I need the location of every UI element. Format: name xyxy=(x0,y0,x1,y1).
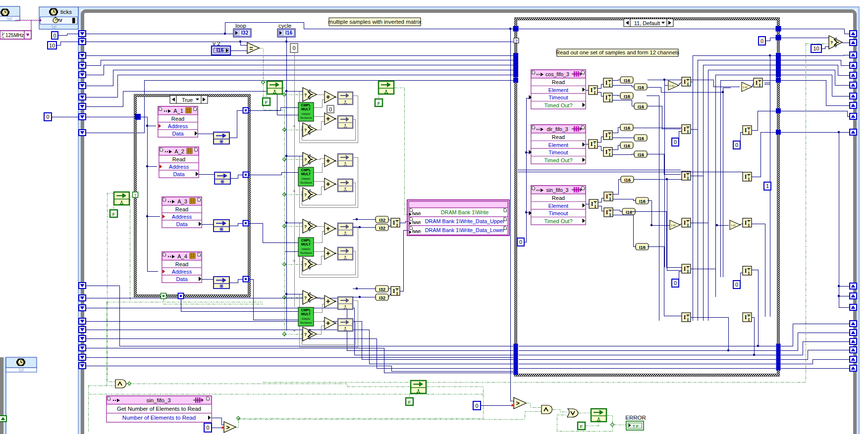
svg-text:?: ? xyxy=(304,262,307,267)
svg-text:(-x): (-x) xyxy=(671,224,676,227)
svg-text:I: I xyxy=(594,90,596,95)
svg-text:I16: I16 xyxy=(217,47,224,53)
svg-text:F: F xyxy=(378,101,380,106)
svg-text:A_4: A_4 xyxy=(177,253,187,259)
svg-text:I16: I16 xyxy=(624,94,630,99)
svg-text:1: 1 xyxy=(766,183,769,189)
svg-text:A_3: A_3 xyxy=(177,198,187,204)
svg-text:I: I xyxy=(609,212,611,217)
svg-text:Get Number of Elements to Read: Get Number of Elements to Read xyxy=(117,406,201,412)
svg-text:CMPL: CMPL xyxy=(301,168,312,172)
svg-text:Number of Elements to Read: Number of Elements to Read xyxy=(122,415,196,421)
svg-text:I: I xyxy=(745,173,747,180)
svg-text:ERROR: ERROR xyxy=(625,415,646,421)
svg-text:I32: I32 xyxy=(379,225,385,231)
svg-text:Element: Element xyxy=(548,203,568,209)
svg-text:0: 0 xyxy=(674,280,677,286)
svg-text:?: ? xyxy=(304,193,307,197)
svg-text:(-x): (-x) xyxy=(743,86,748,89)
svg-text:I: I xyxy=(594,144,596,149)
svg-text:loop: loop xyxy=(235,23,246,29)
svg-text:Address: Address xyxy=(169,164,189,170)
svg-text:Read: Read xyxy=(171,116,184,122)
svg-text:Address: Address xyxy=(172,269,192,275)
svg-text:I: I xyxy=(748,130,750,135)
svg-text:0: 0 xyxy=(760,38,763,44)
svg-text:I32: I32 xyxy=(379,287,385,292)
svg-text:(-x): (-x) xyxy=(670,84,674,87)
svg-text:10: 10 xyxy=(49,43,55,48)
svg-text:Data: Data xyxy=(176,221,188,227)
svg-text:T F: T F xyxy=(633,424,639,429)
svg-text:I: I xyxy=(606,193,608,200)
svg-text:Timeout: Timeout xyxy=(548,95,568,100)
svg-text:I: I xyxy=(396,223,398,228)
svg-text:I16: I16 xyxy=(639,244,646,250)
svg-text:I: I xyxy=(605,79,608,86)
svg-text:0: 0 xyxy=(46,114,49,120)
svg-text:(-x): (-x) xyxy=(731,224,736,227)
svg-text:Technion: Technion xyxy=(300,321,312,324)
svg-text:CMPL: CMPL xyxy=(301,308,312,312)
svg-text:CMPL: CMPL xyxy=(301,239,312,242)
svg-text:?: ? xyxy=(304,128,307,133)
svg-text:I: I xyxy=(591,200,594,207)
svg-text:0: 0 xyxy=(292,45,295,51)
svg-text:I: I xyxy=(684,78,686,85)
svg-text:sin_fifo_3: sin_fifo_3 xyxy=(146,397,170,403)
svg-text:I: I xyxy=(609,152,611,157)
svg-text:I16: I16 xyxy=(638,152,644,157)
svg-text:Timeout: Timeout xyxy=(548,149,568,155)
svg-text:Data: Data xyxy=(176,276,188,282)
svg-text:I16: I16 xyxy=(626,209,632,215)
svg-text:MULT: MULT xyxy=(301,172,311,176)
svg-text:I: I xyxy=(684,265,686,272)
svg-text:Read out one set of samples an: Read out one set of samples and form 12 … xyxy=(556,49,679,55)
svg-text:I: I xyxy=(605,148,608,155)
svg-text:MULT: MULT xyxy=(301,242,311,246)
svg-text:I: I xyxy=(393,288,395,294)
svg-text:DRAM Bank 1\Write_Data_Lower: DRAM Bank 1\Write_Data_Lower xyxy=(425,227,505,233)
svg-text:I: I xyxy=(759,83,761,88)
svg-text:Read: Read xyxy=(552,195,565,201)
svg-text:11, Default: 11, Default xyxy=(634,20,660,26)
svg-text:I: I xyxy=(609,97,611,102)
svg-text:Read: Read xyxy=(552,79,565,85)
svg-text:Timeout: Timeout xyxy=(548,210,568,216)
svg-text:F: F xyxy=(265,100,268,105)
svg-text:125MHz: 125MHz xyxy=(5,33,24,38)
svg-text:CMPL: CMPL xyxy=(301,103,312,107)
svg-text:I: I xyxy=(605,94,608,101)
svg-text:Read: Read xyxy=(175,206,188,212)
svg-text:?: ? xyxy=(304,295,307,300)
svg-text:I: I xyxy=(687,223,689,228)
svg-text:?: ? xyxy=(515,39,517,44)
svg-text:I32: I32 xyxy=(379,217,385,223)
svg-text:simple: simple xyxy=(302,247,310,250)
svg-text:sin_fifo_3: sin_fifo_3 xyxy=(546,187,569,193)
svg-text:0: 0 xyxy=(329,106,332,112)
svg-text:I16: I16 xyxy=(285,30,293,36)
svg-text:Read: Read xyxy=(552,134,565,140)
svg-text:cycle: cycle xyxy=(278,23,291,29)
svg-text:10: 10 xyxy=(813,46,819,51)
svg-text:?: ? xyxy=(134,193,137,197)
svg-text:Read: Read xyxy=(172,156,185,162)
svg-text:I16: I16 xyxy=(624,177,631,183)
svg-text:I: I xyxy=(687,129,689,134)
svg-text:I16: I16 xyxy=(638,136,644,141)
svg-text:I: I xyxy=(748,317,750,322)
svg-text:Timed Out?: Timed Out? xyxy=(544,157,572,163)
svg-text:0: 0 xyxy=(674,139,677,145)
svg-text:0: 0 xyxy=(519,239,522,245)
svg-text:?: ? xyxy=(304,93,307,97)
svg-text:Technion: Technion xyxy=(300,181,312,184)
svg-text:?: ? xyxy=(304,332,307,337)
svg-text:?: ? xyxy=(830,40,833,45)
svg-text:I16: I16 xyxy=(624,78,630,83)
svg-text:I: I xyxy=(396,291,398,296)
svg-text:Element: Element xyxy=(548,87,568,93)
svg-text:I: I xyxy=(687,176,689,181)
svg-text:MULT: MULT xyxy=(301,107,311,111)
svg-text:MULT: MULT xyxy=(301,312,311,316)
